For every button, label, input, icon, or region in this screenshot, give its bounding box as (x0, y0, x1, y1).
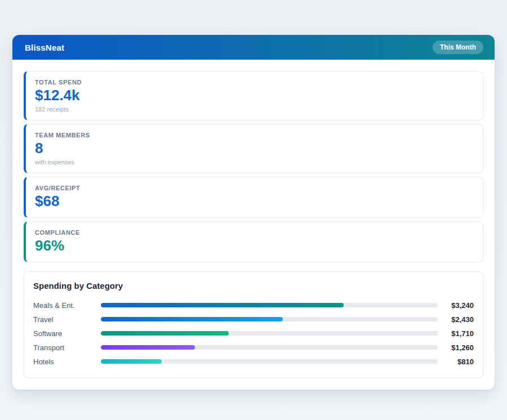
category-label: Travel (33, 315, 101, 324)
bar-track (101, 303, 438, 307)
category-value: $810 (444, 358, 474, 366)
category-row: Meals & Ent. $3,240 (33, 298, 474, 312)
stat-label: AVG/RECEIPT (35, 185, 474, 191)
category-row: Transport $1,260 (33, 341, 474, 355)
stat-label: COMPLIANCE (35, 229, 474, 236)
category-label: Meals & Ent. (33, 301, 101, 310)
stat-value: 8 (35, 140, 474, 157)
stat-card: TOTAL SPEND $12.4k 182 receipts (24, 71, 483, 120)
stats-list: TOTAL SPEND $12.4k 182 receipts TEAM MEM… (24, 71, 483, 262)
stat-value: $68 (35, 193, 474, 210)
bar-fill (101, 345, 195, 350)
dashboard-window: BlissNeat This Month TOTAL SPEND $12.4k … (12, 35, 495, 390)
bar-track (101, 359, 438, 364)
category-label: Hotels (33, 358, 101, 366)
stat-value: 96% (35, 238, 474, 254)
bar-track (101, 345, 438, 350)
stat-sub: 182 receipts (35, 106, 474, 113)
category-label: Transport (33, 343, 101, 352)
category-label: Software (33, 329, 101, 338)
period-badge[interactable]: This Month (433, 41, 483, 54)
stat-card: COMPLIANCE 96% (24, 221, 483, 262)
stat-sub: with expenses (35, 159, 474, 166)
bar-fill (101, 359, 162, 364)
bar-fill (101, 331, 229, 336)
category-value: $1,710 (444, 329, 474, 338)
stat-card: AVG/RECEIPT $68 (24, 177, 483, 218)
window-body: TOTAL SPEND $12.4k 182 receipts TEAM MEM… (12, 60, 495, 390)
category-value: $2,430 (444, 315, 474, 324)
stat-value: $12.4k (35, 87, 474, 104)
bar-fill (101, 303, 344, 307)
stat-label: TOTAL SPEND (35, 79, 474, 86)
stat-label: TEAM MEMBERS (35, 132, 474, 138)
stat-card: TEAM MEMBERS 8 with expenses (24, 124, 483, 173)
app-header: BlissNeat This Month (12, 35, 495, 60)
category-value: $1,260 (444, 343, 474, 352)
category-value: $3,240 (444, 301, 474, 310)
chart-title: Spending by Category (33, 281, 474, 291)
bar-track (101, 331, 438, 336)
category-rows: Meals & Ent. $3,240 Travel $2,430 Softwa… (33, 298, 474, 369)
bar-fill (101, 317, 283, 321)
category-row: Travel $2,430 (33, 312, 474, 327)
category-row: Hotels $810 (33, 355, 474, 369)
app-title: BlissNeat (25, 43, 64, 52)
spending-chart-card: Spending by Category Meals & Ent. $3,240… (24, 271, 483, 378)
category-row: Software $1,710 (33, 327, 474, 341)
bar-track (101, 317, 438, 321)
